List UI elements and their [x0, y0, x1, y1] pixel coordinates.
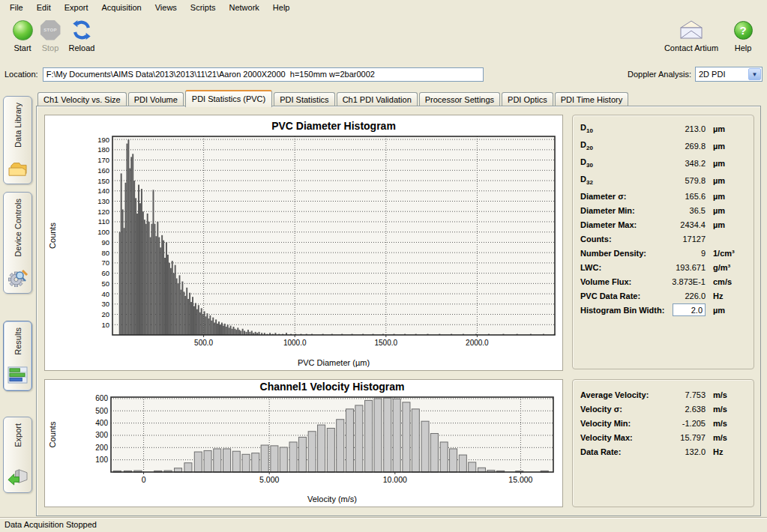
menu-item-export[interactable]: Export [58, 1, 95, 13]
tab-pdi-statistics[interactable]: PDI Statistics [274, 92, 334, 106]
help-button[interactable]: ? Help [728, 14, 758, 52]
stat-unit: µm [713, 192, 746, 201]
stat-row: Diameter Min:36.5µm [573, 203, 754, 217]
stop-button[interactable]: STOP Stop [36, 14, 64, 52]
stat-row: Diameter Max:2434.4µm [573, 217, 754, 232]
stat-row: D30348.2µm [573, 154, 754, 172]
menu-item-edit[interactable]: Edit [30, 1, 58, 13]
stat-row: Velocity Min:-1.205m/s [573, 416, 754, 430]
svg-text:1000.0: 1000.0 [283, 339, 307, 347]
pvc-diameter-histogram-chart: 1020304050607080901001101201301401501601… [44, 115, 563, 371]
svg-text:5.000: 5.000 [259, 475, 279, 484]
svg-text:500: 500 [95, 407, 108, 415]
stat-value: 3.873E-1 [659, 277, 706, 286]
stat-value: 2.638 [659, 405, 706, 414]
stat-label: LWC: [580, 263, 659, 272]
stat-label: Histogram Bin Width: [580, 306, 673, 315]
sidebar-item-results[interactable]: Results [3, 321, 32, 391]
start-label: Start [7, 43, 37, 52]
menu-item-help[interactable]: Help [266, 1, 297, 13]
svg-text:150: 150 [97, 177, 109, 185]
tab-pdi-statistics-pvc-[interactable]: PDI Statistics (PVC) [185, 90, 272, 107]
svg-text:PVC Diameter Histogram: PVC Diameter Histogram [271, 120, 396, 132]
stat-row: D20269.8µm [573, 137, 754, 154]
tab-content: 1020304050607080901001101201301401501601… [36, 106, 761, 516]
stat-value: 348.2 [659, 159, 706, 168]
tab-processor-settings[interactable]: Processor Settings [419, 92, 500, 106]
tab-pdi-time-history[interactable]: PDI Time History [555, 92, 629, 106]
stat-unit: µm [713, 306, 746, 315]
chart-icon [7, 366, 28, 386]
doppler-analysis-value: 2D PDI [696, 70, 748, 79]
reload-icon [71, 19, 92, 40]
stat-unit: m/s [713, 419, 746, 428]
stat-unit: µm [713, 176, 746, 185]
tab-pdi-volume[interactable]: PDI Volume [128, 92, 184, 106]
tab-ch1-pdi-validation[interactable]: Ch1 PDI Validation [337, 92, 418, 106]
svg-text:160: 160 [97, 166, 109, 175]
stat-row: Average Velocity:7.753m/s [573, 387, 754, 402]
stat-value: 17127 [659, 235, 706, 244]
svg-text:15.000: 15.000 [508, 475, 532, 484]
sidebar-item-device-controls[interactable]: Device Controls [3, 192, 32, 294]
stat-label: Velocity σ: [580, 405, 659, 414]
toolbar: Start STOP Stop Reload Contact Artium ? … [0, 14, 767, 64]
svg-text:200: 200 [95, 444, 108, 452]
svg-text:Counts: Counts [48, 223, 57, 249]
svg-text:120: 120 [97, 208, 109, 216]
stat-label: Average Velocity: [580, 390, 659, 399]
stat-unit: m/s [713, 433, 746, 442]
svg-text:2000.0: 2000.0 [466, 339, 489, 347]
stat-label: Number Density: [580, 249, 659, 258]
tab-pdi-optics[interactable]: PDI Optics [502, 92, 553, 106]
stat-value: 132.0 [659, 447, 706, 456]
tab-ch1-velocity-vs-size[interactable]: Ch1 Velocity vs. Size [37, 92, 127, 106]
doppler-analysis-label: Doppler Analysis: [628, 70, 691, 79]
stat-label: Velocity Max: [580, 433, 659, 442]
folder-icon [7, 160, 28, 179]
svg-text:70: 70 [101, 259, 109, 267]
menu-item-acquisition[interactable]: Acquisition [95, 1, 148, 13]
reload-button[interactable]: Reload [64, 14, 99, 52]
menu-item-network[interactable]: Network [222, 1, 265, 13]
stat-row: LWC:193.671g/m³ [573, 260, 754, 274]
stat-label: Diameter Min: [580, 206, 659, 215]
contact-artium-button[interactable]: Contact Artium [659, 14, 724, 52]
svg-text:1500.0: 1500.0 [375, 339, 398, 347]
stat-row: Number Density:91/cm³ [573, 246, 754, 260]
histogram-bin-width-input[interactable] [673, 303, 706, 316]
svg-text:Velocity (m/s): Velocity (m/s) [307, 495, 357, 504]
stat-unit: m/s [713, 405, 746, 414]
menu-bar: FileEditExportAcquisitionViewsScriptsNet… [0, 0, 767, 14]
svg-text:130: 130 [97, 197, 109, 205]
svg-text:180: 180 [97, 145, 109, 154]
stat-label: Counts: [580, 235, 659, 244]
stat-label: Diameter σ: [580, 192, 659, 201]
stat-unit: µm [713, 159, 746, 168]
menu-item-file[interactable]: File [3, 1, 30, 13]
status-bar: Data Acquisition Stopped [0, 517, 767, 532]
stat-label: Diameter Max: [580, 220, 659, 229]
svg-text:10.000: 10.000 [383, 475, 407, 484]
svg-text:20: 20 [101, 310, 109, 318]
doppler-analysis-select[interactable]: 2D PDI ▼ [695, 67, 763, 82]
export-icon [7, 468, 28, 488]
stat-value: 226.0 [659, 291, 706, 300]
menu-item-scripts[interactable]: Scripts [184, 1, 223, 13]
start-button[interactable]: Start [7, 14, 37, 52]
stat-value: 193.671 [659, 263, 706, 272]
stat-label: Data Rate: [580, 447, 659, 456]
sidebar-item-export[interactable]: Export [3, 417, 32, 493]
location-input[interactable] [43, 67, 484, 82]
sidebar-item-data-library[interactable]: Data Library [3, 96, 32, 184]
stat-value: 269.8 [659, 142, 706, 151]
stat-unit: m/s [713, 390, 746, 399]
svg-text:Channel1 Velocity Histogram: Channel1 Velocity Histogram [260, 381, 405, 393]
stat-unit: Hz [713, 291, 746, 300]
reload-label: Reload [64, 43, 99, 52]
stat-label: D20 [580, 140, 659, 151]
stat-row: Data Rate:132.0Hz [573, 444, 754, 459]
svg-text:170: 170 [97, 156, 109, 164]
menu-item-views[interactable]: Views [148, 1, 184, 13]
svg-text:300: 300 [95, 431, 108, 439]
